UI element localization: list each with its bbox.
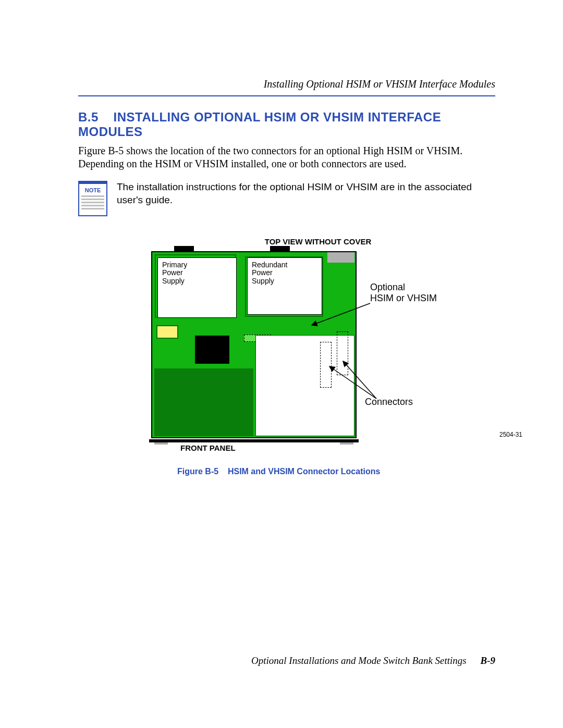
note-icon-label: NOTE <box>81 187 104 193</box>
figure-caption-label: Figure B-5 <box>177 467 218 476</box>
page: Installing Optional HSIM or VHSIM Interf… <box>0 0 563 728</box>
figure-top-label: TOP VIEW WITHOUT COVER <box>151 237 485 246</box>
svg-line-0 <box>312 303 370 325</box>
figure-ref-number: 2504-31 <box>499 431 522 438</box>
section-title-text: INSTALLING OPTIONAL HSIM OR VHSIM INTERF… <box>78 110 441 139</box>
board-diagram: Primary Power Supply Redundant Power Sup… <box>151 251 357 438</box>
front-edge-icon <box>149 439 359 442</box>
header-rule <box>78 95 495 96</box>
clip-icon <box>270 246 290 252</box>
note-icon-lines <box>81 195 104 209</box>
clip-icon <box>174 246 194 252</box>
edge-connector-icon <box>327 252 354 263</box>
note-block: eeeeeeeee NOTE The installation instruct… <box>78 181 495 216</box>
arrow-icon <box>314 361 397 408</box>
primary-power-supply: Primary Power Supply <box>157 257 237 318</box>
figure: TOP VIEW WITHOUT COVER Primary Power Sup… <box>151 237 485 476</box>
section-heading: B.5 INSTALLING OPTIONAL HSIM OR VHSIM IN… <box>78 110 495 139</box>
figure-caption-text: HSIM and VHSIM Connector Locations <box>228 467 380 476</box>
svg-line-1 <box>329 366 376 399</box>
arrow-icon <box>308 287 391 328</box>
redundant-ps-label: Redundant Power Supply <box>252 261 288 285</box>
foot-icon <box>154 442 168 445</box>
note-icon: eeeeeeeee NOTE <box>78 181 107 216</box>
figure-front-label: FRONT PANEL <box>180 443 485 452</box>
note-text: The installation instructions for the op… <box>117 181 495 206</box>
note-coil-icon: eeeeeeeee <box>81 179 104 186</box>
running-header: Installing Optional HSIM or VHSIM Interf… <box>78 78 495 90</box>
primary-ps-label: Primary Power Supply <box>162 261 187 285</box>
footer-text: Optional Installations and Mode Switch B… <box>251 655 467 666</box>
foot-icon <box>340 442 353 445</box>
section-number: B.5 <box>78 110 99 124</box>
footer-page-number: B-9 <box>481 655 496 666</box>
component-icon <box>156 325 178 339</box>
chip-icon <box>195 336 229 364</box>
figure-caption: Figure B-5 HSIM and VHSIM Connector Loca… <box>177 467 485 476</box>
section-body: Figure B-5 shows the location of the two… <box>78 144 495 170</box>
page-footer: Optional Installations and Mode Switch B… <box>251 655 495 667</box>
svg-line-2 <box>343 361 376 399</box>
lower-board-icon <box>154 368 253 436</box>
